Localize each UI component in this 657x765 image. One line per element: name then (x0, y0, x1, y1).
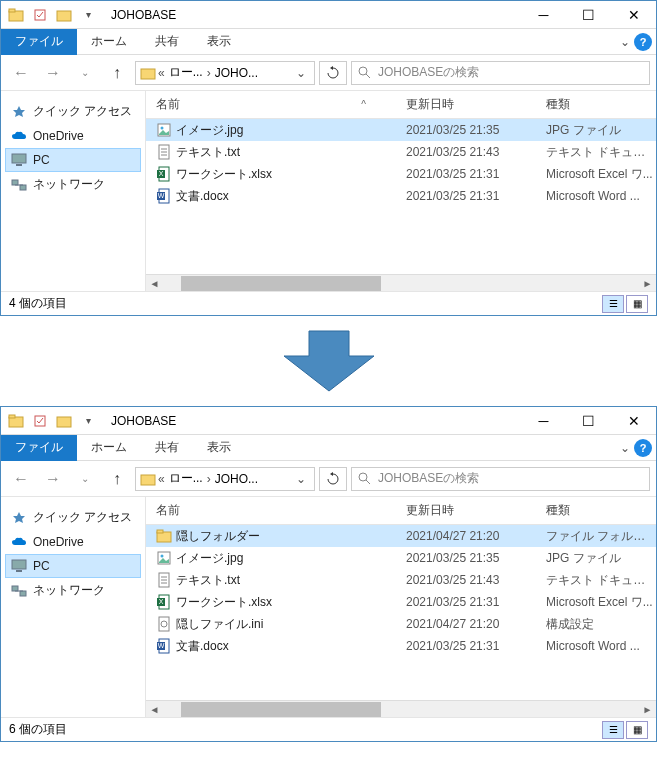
ribbon-expand-icon[interactable]: ⌄ (620, 35, 630, 49)
address-bar[interactable]: « ロー... › JOHO... ⌄ (135, 467, 315, 491)
scroll-left-icon[interactable]: ◄ (146, 704, 163, 715)
close-button[interactable]: ✕ (611, 407, 656, 435)
sidebar-item-quick-access[interactable]: クイック アクセス (5, 99, 141, 124)
col-name[interactable]: 名前^ (146, 96, 406, 113)
scroll-thumb[interactable] (181, 276, 381, 291)
sidebar-item-pc[interactable]: PC (5, 554, 141, 578)
sidebar-item-pc[interactable]: PC (5, 148, 141, 172)
scroll-right-icon[interactable]: ► (639, 278, 656, 289)
folder-icon (5, 4, 27, 26)
svg-line-30 (366, 480, 370, 484)
address-dropdown-icon[interactable]: ⌄ (292, 66, 310, 80)
tab-file[interactable]: ファイル (1, 29, 77, 55)
tab-home[interactable]: ホーム (77, 435, 141, 461)
sidebar-item-onedrive[interactable]: OneDrive (5, 124, 141, 148)
folder-icon (5, 410, 27, 432)
sidebar-item-network[interactable]: ネットワーク (5, 172, 141, 197)
titlebar[interactable]: ▾ JOHOBASE ─ ☐ ✕ (1, 407, 656, 435)
xls-icon: X (156, 166, 172, 182)
view-large-icon[interactable]: ▦ (626, 295, 648, 313)
tab-view[interactable]: 表示 (193, 435, 245, 461)
file-type: 構成設定 (546, 616, 656, 633)
sidebar-item-network[interactable]: ネットワーク (5, 578, 141, 603)
refresh-button[interactable] (319, 467, 347, 491)
search-input[interactable]: JOHOBASEの検索 (351, 467, 650, 491)
titlebar[interactable]: ▾ JOHOBASE ─ ☐ ✕ (1, 1, 656, 29)
file-row[interactable]: テキスト.txt2021/03/25 21:43テキスト ドキュメント (146, 569, 656, 591)
breadcrumb-current[interactable]: JOHO... (213, 472, 260, 486)
file-row[interactable]: Xワークシート.xlsx2021/03/25 21:31Microsoft Ex… (146, 591, 656, 613)
col-name[interactable]: 名前 (146, 502, 406, 519)
file-row[interactable]: W文書.docx2021/03/25 21:31Microsoft Word .… (146, 185, 656, 207)
properties-icon[interactable] (29, 410, 51, 432)
file-date: 2021/03/25 21:43 (406, 573, 546, 587)
tab-home[interactable]: ホーム (77, 29, 141, 55)
h-scrollbar[interactable]: ◄ ► (146, 700, 656, 717)
file-row[interactable]: W文書.docx2021/03/25 21:31Microsoft Word .… (146, 635, 656, 657)
chevron-right-icon[interactable]: › (205, 66, 213, 80)
help-icon[interactable]: ? (634, 33, 652, 51)
nav-pane: クイック アクセス OneDrive PC ネットワーク (1, 91, 146, 291)
tab-file[interactable]: ファイル (1, 435, 77, 461)
qat-dropdown-icon[interactable]: ▾ (77, 410, 99, 432)
minimize-button[interactable]: ─ (521, 407, 566, 435)
back-button[interactable]: ← (7, 60, 35, 86)
view-details-icon[interactable]: ☰ (602, 295, 624, 313)
ribbon-expand-icon[interactable]: ⌄ (620, 441, 630, 455)
close-button[interactable]: ✕ (611, 1, 656, 29)
search-input[interactable]: JOHOBASEの検索 (351, 61, 650, 85)
scroll-thumb[interactable] (181, 702, 381, 717)
svg-text:X: X (159, 598, 164, 605)
help-icon[interactable]: ? (634, 439, 652, 457)
file-date: 2021/04/27 21:20 (406, 529, 546, 543)
img-icon (156, 122, 172, 138)
sidebar-item-onedrive[interactable]: OneDrive (5, 530, 141, 554)
recent-dropdown[interactable]: ⌄ (71, 60, 99, 86)
h-scrollbar[interactable]: ◄ ► (146, 274, 656, 291)
tab-share[interactable]: 共有 (141, 29, 193, 55)
scroll-left-icon[interactable]: ◄ (146, 278, 163, 289)
window-title: JOHOBASE (111, 8, 521, 22)
refresh-button[interactable] (319, 61, 347, 85)
properties-icon[interactable] (29, 4, 51, 26)
tab-view[interactable]: 表示 (193, 29, 245, 55)
file-row[interactable]: Xワークシート.xlsx2021/03/25 21:31Microsoft Ex… (146, 163, 656, 185)
view-large-icon[interactable]: ▦ (626, 721, 648, 739)
address-dropdown-icon[interactable]: ⌄ (292, 472, 310, 486)
file-row[interactable]: 隠しフォルダー2021/04/27 21:20ファイル フォルダー (146, 525, 656, 547)
maximize-button[interactable]: ☐ (566, 1, 611, 29)
svg-point-29 (359, 473, 367, 481)
col-type[interactable]: 種類 (546, 502, 656, 519)
breadcrumb-root[interactable]: ロー... (167, 64, 205, 81)
sidebar-item-quick-access[interactable]: クイック アクセス (5, 505, 141, 530)
file-row[interactable]: 隠しファイル.ini2021/04/27 21:20構成設定 (146, 613, 656, 635)
up-button[interactable]: ↑ (103, 60, 131, 86)
breadcrumb-current[interactable]: JOHO... (213, 66, 260, 80)
minimize-button[interactable]: ─ (521, 1, 566, 29)
explorer-window-after: ▾ JOHOBASE ─ ☐ ✕ ファイル ホーム 共有 表示 ⌄ ? ← → … (0, 406, 657, 742)
up-button[interactable]: ↑ (103, 466, 131, 492)
scroll-right-icon[interactable]: ► (639, 704, 656, 715)
new-folder-icon[interactable] (53, 410, 75, 432)
col-date[interactable]: 更新日時 (406, 96, 546, 113)
folder-icon (140, 472, 156, 486)
tab-share[interactable]: 共有 (141, 435, 193, 461)
breadcrumb-root[interactable]: ロー... (167, 470, 205, 487)
new-folder-icon[interactable] (53, 4, 75, 26)
file-row[interactable]: イメージ.jpg2021/03/25 21:35JPG ファイル (146, 119, 656, 141)
address-bar[interactable]: « ロー... › JOHO... ⌄ (135, 61, 315, 85)
forward-button[interactable]: → (39, 60, 67, 86)
file-row[interactable]: テキスト.txt2021/03/25 21:43テキスト ドキュメント (146, 141, 656, 163)
forward-button[interactable]: → (39, 466, 67, 492)
qat-dropdown-icon[interactable]: ▾ (77, 4, 99, 26)
file-row[interactable]: イメージ.jpg2021/03/25 21:35JPG ファイル (146, 547, 656, 569)
file-type: テキスト ドキュメント (546, 144, 656, 161)
file-type: Microsoft Word ... (546, 639, 656, 653)
col-type[interactable]: 種類 (546, 96, 656, 113)
col-date[interactable]: 更新日時 (406, 502, 546, 519)
view-details-icon[interactable]: ☰ (602, 721, 624, 739)
recent-dropdown[interactable]: ⌄ (71, 466, 99, 492)
maximize-button[interactable]: ☐ (566, 407, 611, 435)
chevron-right-icon[interactable]: › (205, 472, 213, 486)
back-button[interactable]: ← (7, 466, 35, 492)
